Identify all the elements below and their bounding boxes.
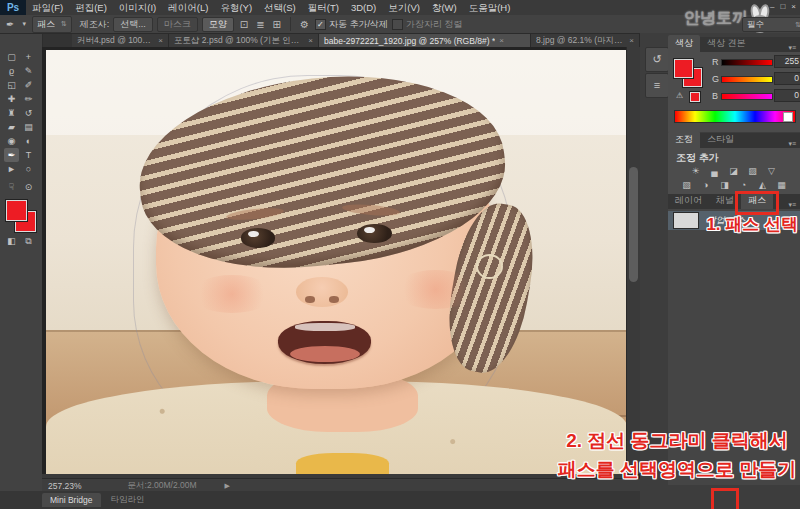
make-selection-button[interactable]: 선택... bbox=[113, 17, 153, 32]
hue-saturation-icon[interactable]: ▧ bbox=[679, 179, 694, 191]
dodge-tool[interactable]: ◐ bbox=[21, 134, 36, 148]
tool-mode-select[interactable]: 패스 ⇅ bbox=[32, 16, 72, 33]
foreground-color-swatch[interactable] bbox=[6, 200, 27, 221]
make-mask-button[interactable]: 마스크 bbox=[157, 17, 198, 32]
color-spectrum-ramp[interactable] bbox=[674, 110, 796, 123]
minimize-button[interactable]: – bbox=[770, 2, 774, 11]
color-balance-icon[interactable]: ◑ bbox=[698, 179, 713, 191]
properties-panel-icon[interactable]: ≡ bbox=[645, 73, 669, 98]
history-brush-tool[interactable]: ↺ bbox=[21, 106, 36, 120]
tab-close-icon[interactable]: × bbox=[158, 36, 163, 45]
path-selection-tool[interactable]: ► bbox=[4, 162, 19, 176]
gradient-tool[interactable]: ▤ bbox=[21, 120, 36, 134]
menu-select[interactable]: 선택(S) bbox=[258, 0, 302, 15]
tab-styles[interactable]: 스타일 bbox=[700, 131, 741, 148]
tab-close-icon[interactable]: × bbox=[499, 36, 504, 45]
path-operations-icon[interactable]: ⊡ bbox=[238, 19, 250, 30]
brightness-contrast-icon[interactable]: ☀ bbox=[688, 165, 703, 177]
tab-color[interactable]: 색상 bbox=[668, 35, 700, 52]
quick-mask-icon[interactable]: ◧ bbox=[4, 234, 19, 248]
healing-brush-tool[interactable]: ✚ bbox=[4, 92, 19, 106]
screen-mode-icon[interactable]: ⧉ bbox=[21, 234, 36, 248]
rectangular-marquee-tool[interactable]: ▢ bbox=[4, 50, 19, 64]
r-channel-value[interactable]: 255 bbox=[774, 55, 800, 68]
eraser-tool[interactable]: ▰ bbox=[4, 120, 19, 134]
eyedropper-tool[interactable]: ✐ bbox=[21, 78, 36, 92]
menu-help[interactable]: 도움말(H) bbox=[463, 0, 517, 15]
levels-icon[interactable]: ▄ bbox=[707, 165, 722, 177]
r-channel-slider[interactable] bbox=[721, 59, 773, 66]
menu-window[interactable]: 창(W) bbox=[426, 0, 463, 15]
tool-preset-arrow-icon[interactable]: ▾ bbox=[20, 20, 28, 28]
ellipse-shape-tool[interactable]: ○ bbox=[21, 162, 36, 176]
auto-add-delete-checkbox[interactable]: ✓ 자동 추가/삭제 bbox=[315, 18, 388, 31]
tab-layers[interactable]: 레이어 bbox=[668, 192, 709, 209]
vertical-scrollbar[interactable] bbox=[626, 47, 640, 474]
vibrance-icon[interactable]: ▽ bbox=[764, 165, 779, 177]
brush-tool[interactable]: ✏ bbox=[21, 92, 36, 106]
menu-file[interactable]: 파일(F) bbox=[26, 0, 69, 15]
menu-3d[interactable]: 3D(D) bbox=[345, 0, 382, 15]
menu-image[interactable]: 이미지(I) bbox=[113, 0, 162, 15]
panel-menu-icon[interactable]: ▾≡ bbox=[784, 201, 800, 209]
zoom-tool[interactable]: ⊙ bbox=[21, 180, 36, 194]
quick-selection-tool[interactable]: ✎ bbox=[21, 64, 36, 78]
menu-edit[interactable]: 편집(E) bbox=[69, 0, 113, 15]
pen-tool-preset-icon[interactable]: ✒ bbox=[4, 19, 16, 30]
vertical-scrollbar-thumb[interactable] bbox=[629, 167, 638, 282]
pen-tool[interactable]: ✒ bbox=[4, 148, 19, 162]
doc-tab-active[interactable]: babe-2972221_1920.jpg @ 257% (RGB/8#) * … bbox=[319, 34, 531, 47]
zoom-level[interactable]: 257.23% bbox=[42, 481, 88, 491]
photo-filter-icon[interactable]: ◔ bbox=[736, 179, 751, 191]
path-arrangement-icon[interactable]: ⊞ bbox=[271, 19, 283, 30]
status-arrow-icon[interactable]: ▶ bbox=[225, 482, 230, 490]
lasso-tool[interactable]: ϱ bbox=[4, 64, 19, 78]
align-edges-checkbox[interactable]: 가장자리 정렬 bbox=[392, 18, 463, 31]
curves-icon[interactable]: ◪ bbox=[726, 165, 741, 177]
document-canvas[interactable] bbox=[42, 47, 640, 478]
color-lookup-icon[interactable]: ▦ bbox=[774, 179, 789, 191]
history-panel-icon[interactable]: ↺ bbox=[645, 47, 669, 72]
menu-layer[interactable]: 레이어(L) bbox=[162, 0, 214, 15]
clone-stamp-tool[interactable]: ♜ bbox=[4, 106, 19, 120]
menu-view[interactable]: 보기(V) bbox=[382, 0, 426, 15]
window-controls: – □ × bbox=[770, 2, 796, 11]
doc-tab-1[interactable]: 커버4.psd @ 100% (사각형 1, RGB/... × bbox=[72, 34, 169, 47]
close-button[interactable]: × bbox=[791, 2, 796, 11]
panel-menu-icon[interactable]: ▾≡ bbox=[784, 44, 800, 52]
move-tool[interactable]: + bbox=[21, 50, 36, 64]
hand-tool[interactable]: ☟ bbox=[4, 180, 19, 194]
panel-menu-icon[interactable]: ▾≡ bbox=[784, 140, 800, 148]
gamut-swatch[interactable] bbox=[690, 92, 700, 102]
exposure-icon[interactable]: ▨ bbox=[745, 165, 760, 177]
menu-type[interactable]: 유형(Y) bbox=[214, 0, 258, 15]
tab-swatches[interactable]: 색상 견본 bbox=[700, 35, 753, 52]
b-channel-value[interactable]: 0 bbox=[774, 89, 800, 102]
crop-tool[interactable]: ◱ bbox=[4, 78, 19, 92]
channel-mixer-icon[interactable]: ◭ bbox=[755, 179, 770, 191]
blur-tool[interactable]: ◉ bbox=[4, 134, 19, 148]
timeline-tab[interactable]: 타임라인 bbox=[103, 492, 153, 508]
make-shape-button[interactable]: 모양 bbox=[202, 17, 234, 32]
path-alignment-icon[interactable]: ≣ bbox=[254, 19, 266, 30]
tab-close-icon[interactable]: × bbox=[629, 36, 634, 45]
maximize-button[interactable]: □ bbox=[780, 2, 785, 11]
g-channel-slider[interactable] bbox=[721, 76, 773, 83]
doc-tab-4[interactable]: 8.jpg @ 62.1% (마지막 지점에서 마우스에... × bbox=[531, 34, 640, 47]
g-channel-value[interactable]: 0 bbox=[774, 72, 800, 85]
tab-close-icon[interactable]: × bbox=[308, 36, 313, 45]
b-channel-slider[interactable] bbox=[721, 93, 773, 100]
baby-left-eye bbox=[241, 228, 276, 248]
color-panel: R 255 G 0 ⚠ B 0 bbox=[668, 52, 800, 132]
menu-filter[interactable]: 필터(T) bbox=[302, 0, 345, 15]
adjustments-panel-tabs: 조정 스타일 ▾≡ bbox=[668, 133, 800, 148]
mini-bridge-tab[interactable]: Mini Bridge bbox=[42, 493, 101, 507]
gear-icon[interactable]: ⚙ bbox=[298, 19, 311, 30]
panel-foreground-swatch[interactable] bbox=[674, 59, 693, 78]
tab-adjustments[interactable]: 조정 bbox=[668, 131, 700, 148]
black-white-icon[interactable]: ◨ bbox=[717, 179, 732, 191]
doc-tab-2[interactable]: 포토샵 2.psd @ 100% (기본 인터페이스, R... × bbox=[169, 34, 319, 47]
workspace-switcher[interactable]: 필수 ⇅ bbox=[742, 17, 800, 32]
gamut-warning-icon[interactable]: ⚠ bbox=[676, 91, 683, 100]
type-tool[interactable]: T bbox=[21, 148, 36, 162]
